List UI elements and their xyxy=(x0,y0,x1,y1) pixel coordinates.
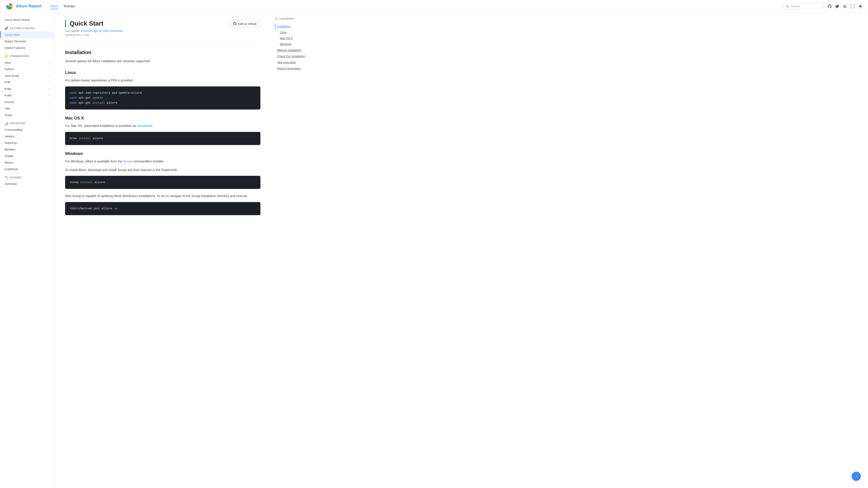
sidebar-item-ruby[interactable]: Ruby › xyxy=(0,86,54,92)
logo-text: Allure Report xyxy=(16,4,41,8)
linux-heading: Linux xyxy=(65,70,260,75)
windows-text2: To install Allure, download and install … xyxy=(65,167,260,173)
nav-testops[interactable]: TestOps xyxy=(63,3,75,9)
toc-label: CONTENTS xyxy=(275,17,317,20)
left-sidebar: About Allure Report 🚀 GETTING STARTED Qu… xyxy=(0,13,54,488)
sidebar-section-frameworks: ⭐ FRAMEWORKS xyxy=(0,51,54,59)
homebrew-link[interactable]: Homebrew xyxy=(137,124,152,127)
scroll-to-top-button[interactable]: ↑ xyxy=(852,472,861,481)
macosx-heading: Mac OS X xyxy=(65,116,260,121)
sidebar-item-javascript[interactable]: Java Script › xyxy=(0,73,54,79)
star-icon: ⭐ xyxy=(4,54,8,58)
sidebar-section-getting-started: 🚀 GETTING STARTED xyxy=(0,23,54,31)
linux-text: For debian-based repositories a PPA is p… xyxy=(65,78,260,83)
github-edit-icon xyxy=(233,22,237,26)
nav-docs[interactable]: Docs xyxy=(51,3,58,9)
sidebar-item-java[interactable]: Java › xyxy=(0,59,54,66)
svg-line-2 xyxy=(788,7,789,8)
windows-text: For Windows, Allure is available from th… xyxy=(65,159,260,164)
sidebar-about[interactable]: About Allure Report xyxy=(0,16,54,23)
scoop-link[interactable]: Scoop xyxy=(123,160,132,163)
sidebar-item-jenkins[interactable]: Jenkins xyxy=(0,133,54,140)
svg-point-1 xyxy=(786,5,788,7)
sidebar-item-codefresh[interactable]: Codefresh xyxy=(0,166,54,172)
chevron-icon: › xyxy=(49,107,50,110)
windows-heading: Windows xyxy=(65,151,260,156)
top-nav: Allure Report Docs TestOps Search xyxy=(0,0,868,13)
rocket-icon: 🚀 xyxy=(4,26,8,30)
chevron-icon: › xyxy=(49,68,50,71)
logo-icon xyxy=(5,2,13,10)
installation-heading: Installation xyxy=(65,50,260,55)
page-layout: About Allure Report 🚀 GETTING STARTED Qu… xyxy=(0,13,868,488)
sidebar-section-reporting: 📊 REPORTING xyxy=(0,118,54,126)
toc-windows[interactable]: Windows xyxy=(275,41,317,47)
windows-text3: Also Scoop is capable of updating Allure… xyxy=(65,194,260,199)
macosx-code-block: brew install allure xyxy=(65,132,260,145)
meta-info: Last update: 4 minutes ago by Artem Eros… xyxy=(65,29,260,33)
search-icon xyxy=(786,5,789,8)
meta-time-link[interactable]: 4 minutes ago xyxy=(81,29,98,33)
sidebar-item-plugins-overview[interactable]: Overview xyxy=(0,180,54,187)
expand-icon[interactable] xyxy=(850,4,855,8)
chart-icon: 📊 xyxy=(4,121,8,125)
sidebar-section-plugins: 🔧 PLUGINS xyxy=(0,172,54,180)
chevron-icon: › xyxy=(49,94,50,97)
sidebar-item-dotnet[interactable]: .Net › xyxy=(0,105,54,112)
rss-icon[interactable] xyxy=(843,4,847,8)
nav-links: Docs TestOps xyxy=(51,3,75,9)
sidebar-item-useful-features[interactable]: Useful Features xyxy=(0,45,54,51)
logo[interactable]: Allure Report xyxy=(5,2,41,10)
github-icon[interactable] xyxy=(827,4,832,8)
page-title: Quick Start xyxy=(65,20,103,27)
linux-code-block: sudo apt-add-repository ppa:qameta/allur… xyxy=(65,86,260,110)
wrench-icon: 🔧 xyxy=(4,176,8,179)
windows-code-block2: \bin\checkver.ps1 allure -u xyxy=(65,202,260,215)
right-toc: CONTENTS Installation Linux Mac OS X Win… xyxy=(271,13,321,488)
edit-on-github-button[interactable]: Edit on Github xyxy=(229,20,260,28)
chevron-icon: › xyxy=(49,61,50,64)
sidebar-item-kotlin[interactable]: Kotlin › xyxy=(0,92,54,98)
installation-intro: Several options for Allure installation … xyxy=(65,59,260,64)
author-link[interactable]: Artem Eroshenko xyxy=(102,29,123,33)
windows-code-block: scoop install allure xyxy=(65,176,260,189)
sidebar-item-python[interactable]: Python › xyxy=(0,66,54,73)
sidebar-item-quick-start[interactable]: Quick Start xyxy=(0,31,54,38)
content-divider xyxy=(65,43,260,43)
chevron-icon: › xyxy=(49,87,50,90)
toc-linux[interactable]: Linux xyxy=(275,30,317,35)
chevron-icon: › xyxy=(49,81,50,84)
sidebar-item-bamboo[interactable]: Bamboo xyxy=(0,146,54,153)
page-title-row: Quick Start Edit on Github xyxy=(65,20,260,28)
sidebar-item-maven[interactable]: Maven xyxy=(0,159,54,166)
toc-installation[interactable]: Installation xyxy=(275,24,317,29)
theme-icon[interactable] xyxy=(858,4,863,8)
top-icons xyxy=(827,4,863,8)
sidebar-item-groovy[interactable]: Groovy › xyxy=(0,98,54,105)
chevron-icon: › xyxy=(49,74,50,77)
toc-check-installation[interactable]: Check the installation xyxy=(275,53,317,59)
sidebar-item-scala[interactable]: Scala › xyxy=(0,112,54,118)
toc-macosx[interactable]: Mac OS X xyxy=(275,35,317,41)
reading-time: Reading time: 2 min xyxy=(65,33,260,37)
search-box[interactable]: Search xyxy=(783,3,824,9)
chevron-icon: › xyxy=(49,101,50,104)
sidebar-item-commandline[interactable]: Commandline xyxy=(0,126,54,133)
sidebar-item-php[interactable]: PHP › xyxy=(0,79,54,86)
chevron-icon: › xyxy=(49,114,50,117)
toc-manual-installation[interactable]: Manual installation xyxy=(275,47,317,53)
sidebar-item-teamcity[interactable]: TeamCity xyxy=(0,140,54,146)
toc-report-generation[interactable]: Report generation xyxy=(275,66,317,71)
toc-test-execution[interactable]: Test execution xyxy=(275,59,317,65)
sidebar-item-gradle[interactable]: Gradle xyxy=(0,153,54,159)
macosx-text: For Mac OS, automated installation is av… xyxy=(65,123,260,129)
main-content: Quick Start Edit on Github Last update: … xyxy=(54,13,271,488)
sidebar-item-report-structure[interactable]: Report Structure xyxy=(0,38,54,45)
nav-right: Search xyxy=(783,3,863,9)
toc-icon xyxy=(275,17,278,20)
search-placeholder: Search xyxy=(791,4,800,8)
twitter-icon[interactable] xyxy=(835,4,839,8)
